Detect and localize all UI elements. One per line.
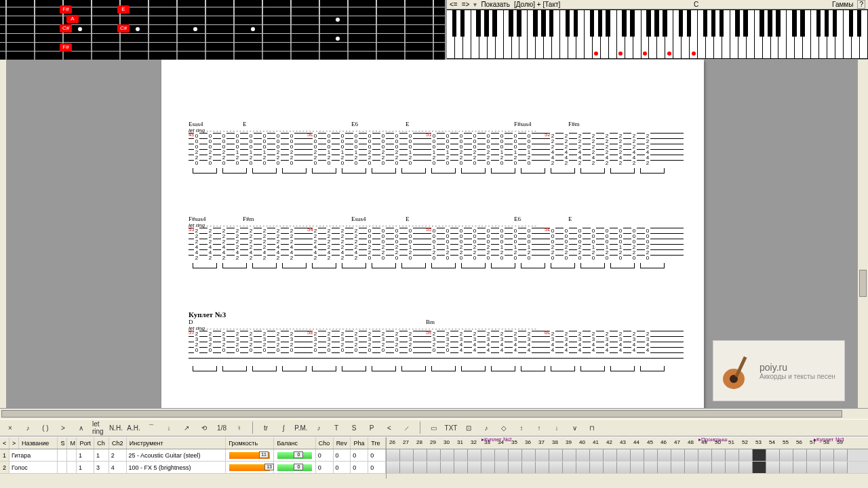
timeline-bar[interactable] [468, 462, 481, 473]
timeline-bar[interactable] [793, 462, 807, 473]
black-key[interactable] [492, 10, 497, 37]
black-key[interactable] [654, 10, 659, 37]
toolbar-button[interactable]: ⌒ [145, 422, 157, 434]
track-header-cell[interactable]: < [0, 437, 9, 449]
black-key[interactable] [703, 10, 708, 37]
timeline-bar[interactable] [468, 449, 481, 461]
toolbar-button[interactable]: ∫ [277, 422, 290, 434]
track-header-cell[interactable]: Rev [334, 437, 351, 449]
track-header-cell[interactable]: S [58, 437, 67, 449]
timeline-bar[interactable] [604, 449, 617, 461]
black-key[interactable] [743, 10, 748, 37]
toolbar-button[interactable]: tr [260, 422, 272, 434]
track-header-cell[interactable]: Ch [94, 437, 109, 449]
timeline-bar[interactable] [414, 462, 427, 473]
black-key[interactable] [663, 10, 667, 37]
fret-note[interactable]: F# [60, 43, 72, 52]
black-key[interactable] [800, 10, 805, 37]
white-key[interactable] [617, 9, 625, 59]
toolbar-button[interactable]: ↓ [163, 422, 175, 434]
black-key[interactable] [816, 10, 821, 37]
score-area[interactable]: Esus4EE6EF#sus4F#m let ring - - - - - - … [7, 60, 857, 408]
white-key[interactable] [504, 9, 512, 59]
track-row[interactable]: 1 Гитара 112 25 - Acoustic Guitar (steel… [0, 449, 386, 462]
timeline-bar[interactable] [780, 462, 793, 473]
timeline-bar[interactable] [441, 462, 454, 473]
hscroll-thumb[interactable] [1, 410, 842, 418]
track-header-cell[interactable]: Баланс [274, 437, 315, 449]
white-key[interactable] [585, 9, 593, 59]
timeline-bar[interactable] [780, 449, 793, 461]
track-row[interactable]: 2 Голос 134 100 - FX 5 (brightness) 13 0… [0, 462, 386, 474]
black-key[interactable] [833, 10, 837, 37]
fret-note[interactable]: E [117, 5, 130, 14]
white-key[interactable] [811, 9, 819, 59]
timeline-bar[interactable] [387, 449, 400, 461]
toolbar-button[interactable]: ↓ [551, 422, 563, 434]
black-key[interactable] [598, 10, 603, 37]
timeline-bar[interactable] [617, 462, 631, 473]
kb-next[interactable]: => [462, 1, 470, 8]
toolbar-button[interactable]: ▭ [427, 422, 439, 434]
toolbar-button[interactable]: ⟲ [198, 422, 210, 434]
black-key[interactable] [711, 10, 716, 37]
toolbar-button[interactable]: T [330, 422, 342, 434]
black-key[interactable] [622, 10, 627, 37]
track-header-cell[interactable]: Название [19, 437, 58, 449]
timeline-bar[interactable] [590, 462, 604, 473]
track-header-cell[interactable]: Pha [351, 437, 368, 449]
toolbar-button[interactable]: ♪ [22, 422, 34, 434]
timeline-bar[interactable] [536, 462, 549, 473]
black-key[interactable] [590, 10, 595, 37]
fret-note[interactable]: C# [60, 24, 72, 33]
black-key[interactable] [630, 10, 635, 37]
toolbar-button[interactable]: P [366, 422, 378, 434]
black-key[interactable] [687, 10, 692, 37]
black-key[interactable] [517, 10, 521, 37]
toolbar-button[interactable]: 1/8 [216, 422, 228, 434]
black-key[interactable] [719, 10, 724, 37]
timeline-bar[interactable] [414, 449, 427, 461]
timeline-bar[interactable] [658, 449, 671, 461]
white-key[interactable] [673, 9, 682, 59]
toolbar-button[interactable]: let ring [92, 422, 104, 434]
black-key[interactable] [857, 10, 862, 37]
timeline-bar[interactable] [576, 449, 590, 461]
timeline-bar[interactable] [685, 449, 698, 461]
toolbar-button[interactable]: ↑ [533, 422, 545, 434]
timeline-bar[interactable] [387, 462, 400, 473]
toolbar-button[interactable]: ◇ [498, 422, 510, 434]
timeline-bar[interactable] [454, 462, 468, 473]
timeline-bar[interactable] [563, 449, 576, 461]
timeline-bar[interactable] [753, 449, 766, 461]
timeline-bar[interactable] [400, 462, 414, 473]
white-key[interactable] [447, 9, 455, 59]
timeline-bar[interactable] [604, 462, 617, 473]
toolbar-button[interactable]: ↕ [515, 422, 528, 434]
toolbar-button[interactable]: ⟋ [401, 422, 413, 434]
timeline-bar[interactable] [631, 449, 644, 461]
white-key[interactable] [844, 9, 852, 59]
timeline-bar[interactable] [400, 449, 414, 461]
timeline-bar[interactable] [522, 449, 536, 461]
black-key[interactable] [541, 10, 546, 37]
timeline-bar[interactable] [549, 449, 563, 461]
black-key[interactable] [606, 10, 610, 37]
timeline-bar[interactable] [427, 449, 441, 461]
track-header-cell[interactable]: > [9, 437, 19, 449]
fretboard-panel[interactable]: document.write(Array.from({length:16},(_… [0, 0, 446, 60]
toolbar-button[interactable]: < [383, 422, 395, 434]
white-key[interactable] [787, 9, 795, 59]
timeline-bar[interactable] [739, 449, 753, 461]
white-key[interactable] [642, 9, 650, 59]
toolbar-button[interactable]: > [57, 422, 69, 434]
timeline-bar[interactable] [671, 462, 685, 473]
timeline-bar[interactable] [536, 449, 549, 461]
timeline-bar[interactable] [495, 449, 509, 461]
toolbar-button[interactable]: ∨ [568, 422, 580, 434]
toolbar-button[interactable]: S [348, 422, 360, 434]
timeline-bar[interactable] [427, 462, 441, 473]
track-header-cell[interactable]: Инструмент [127, 437, 226, 449]
timeline-bar[interactable] [726, 462, 739, 473]
track-header-cell[interactable]: Port [77, 437, 94, 449]
